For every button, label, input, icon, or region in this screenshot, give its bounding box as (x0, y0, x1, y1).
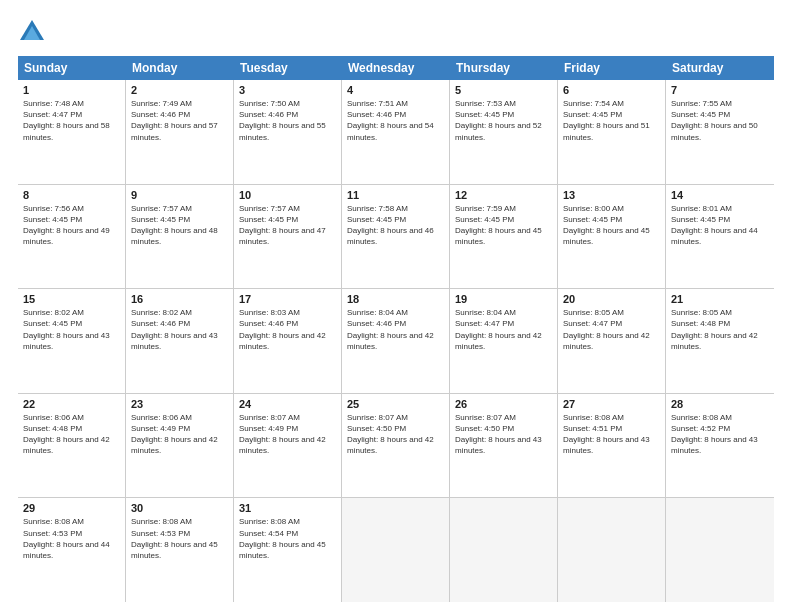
table-row: 16Sunrise: 8:02 AMSunset: 4:46 PMDayligh… (126, 289, 234, 393)
day-number: 7 (671, 84, 769, 96)
week-row-5: 29Sunrise: 8:08 AMSunset: 4:53 PMDayligh… (18, 498, 774, 602)
table-row: 20Sunrise: 8:05 AMSunset: 4:47 PMDayligh… (558, 289, 666, 393)
table-row: 18Sunrise: 8:04 AMSunset: 4:46 PMDayligh… (342, 289, 450, 393)
day-number: 12 (455, 189, 552, 201)
day-number: 1 (23, 84, 120, 96)
day-number: 16 (131, 293, 228, 305)
day-number: 3 (239, 84, 336, 96)
table-row: 13Sunrise: 8:00 AMSunset: 4:45 PMDayligh… (558, 185, 666, 289)
day-info: Sunrise: 7:58 AMSunset: 4:45 PMDaylight:… (347, 203, 444, 248)
logo (18, 18, 50, 46)
day-number: 5 (455, 84, 552, 96)
day-info: Sunrise: 8:03 AMSunset: 4:46 PMDaylight:… (239, 307, 336, 352)
header-day-monday: Monday (126, 56, 234, 80)
calendar-header: SundayMondayTuesdayWednesdayThursdayFrid… (18, 56, 774, 80)
table-row: 3Sunrise: 7:50 AMSunset: 4:46 PMDaylight… (234, 80, 342, 184)
day-number: 17 (239, 293, 336, 305)
table-row: 15Sunrise: 8:02 AMSunset: 4:45 PMDayligh… (18, 289, 126, 393)
table-row: 23Sunrise: 8:06 AMSunset: 4:49 PMDayligh… (126, 394, 234, 498)
week-row-4: 22Sunrise: 8:06 AMSunset: 4:48 PMDayligh… (18, 394, 774, 499)
day-number: 29 (23, 502, 120, 514)
day-info: Sunrise: 8:07 AMSunset: 4:50 PMDaylight:… (347, 412, 444, 457)
table-row: 19Sunrise: 8:04 AMSunset: 4:47 PMDayligh… (450, 289, 558, 393)
day-number: 4 (347, 84, 444, 96)
table-row: 8Sunrise: 7:56 AMSunset: 4:45 PMDaylight… (18, 185, 126, 289)
day-info: Sunrise: 8:00 AMSunset: 4:45 PMDaylight:… (563, 203, 660, 248)
day-number: 22 (23, 398, 120, 410)
table-row: 24Sunrise: 8:07 AMSunset: 4:49 PMDayligh… (234, 394, 342, 498)
day-info: Sunrise: 7:53 AMSunset: 4:45 PMDaylight:… (455, 98, 552, 143)
header-day-sunday: Sunday (18, 56, 126, 80)
table-row: 29Sunrise: 8:08 AMSunset: 4:53 PMDayligh… (18, 498, 126, 602)
table-row: 17Sunrise: 8:03 AMSunset: 4:46 PMDayligh… (234, 289, 342, 393)
header-day-friday: Friday (558, 56, 666, 80)
day-number: 19 (455, 293, 552, 305)
day-info: Sunrise: 7:57 AMSunset: 4:45 PMDaylight:… (131, 203, 228, 248)
day-info: Sunrise: 8:06 AMSunset: 4:48 PMDaylight:… (23, 412, 120, 457)
day-info: Sunrise: 8:04 AMSunset: 4:47 PMDaylight:… (455, 307, 552, 352)
table-row: 27Sunrise: 8:08 AMSunset: 4:51 PMDayligh… (558, 394, 666, 498)
day-number: 15 (23, 293, 120, 305)
table-row: 26Sunrise: 8:07 AMSunset: 4:50 PMDayligh… (450, 394, 558, 498)
table-row: 10Sunrise: 7:57 AMSunset: 4:45 PMDayligh… (234, 185, 342, 289)
table-row: 1Sunrise: 7:48 AMSunset: 4:47 PMDaylight… (18, 80, 126, 184)
day-number: 10 (239, 189, 336, 201)
table-row: 2Sunrise: 7:49 AMSunset: 4:46 PMDaylight… (126, 80, 234, 184)
calendar: SundayMondayTuesdayWednesdayThursdayFrid… (18, 56, 774, 602)
header-day-wednesday: Wednesday (342, 56, 450, 80)
day-number: 23 (131, 398, 228, 410)
table-row (342, 498, 450, 602)
table-row (666, 498, 774, 602)
day-info: Sunrise: 8:08 AMSunset: 4:53 PMDaylight:… (131, 516, 228, 561)
day-number: 2 (131, 84, 228, 96)
table-row (558, 498, 666, 602)
day-number: 13 (563, 189, 660, 201)
header (18, 18, 774, 46)
day-number: 30 (131, 502, 228, 514)
table-row (450, 498, 558, 602)
logo-icon (18, 18, 46, 46)
table-row: 21Sunrise: 8:05 AMSunset: 4:48 PMDayligh… (666, 289, 774, 393)
day-info: Sunrise: 8:08 AMSunset: 4:53 PMDaylight:… (23, 516, 120, 561)
day-info: Sunrise: 8:06 AMSunset: 4:49 PMDaylight:… (131, 412, 228, 457)
day-number: 28 (671, 398, 769, 410)
day-number: 9 (131, 189, 228, 201)
day-info: Sunrise: 7:48 AMSunset: 4:47 PMDaylight:… (23, 98, 120, 143)
day-number: 18 (347, 293, 444, 305)
day-number: 24 (239, 398, 336, 410)
day-info: Sunrise: 8:08 AMSunset: 4:51 PMDaylight:… (563, 412, 660, 457)
calendar-body: 1Sunrise: 7:48 AMSunset: 4:47 PMDaylight… (18, 80, 774, 602)
table-row: 4Sunrise: 7:51 AMSunset: 4:46 PMDaylight… (342, 80, 450, 184)
table-row: 9Sunrise: 7:57 AMSunset: 4:45 PMDaylight… (126, 185, 234, 289)
day-number: 25 (347, 398, 444, 410)
table-row: 5Sunrise: 7:53 AMSunset: 4:45 PMDaylight… (450, 80, 558, 184)
day-info: Sunrise: 7:54 AMSunset: 4:45 PMDaylight:… (563, 98, 660, 143)
table-row: 7Sunrise: 7:55 AMSunset: 4:45 PMDaylight… (666, 80, 774, 184)
day-info: Sunrise: 7:55 AMSunset: 4:45 PMDaylight:… (671, 98, 769, 143)
table-row: 25Sunrise: 8:07 AMSunset: 4:50 PMDayligh… (342, 394, 450, 498)
table-row: 6Sunrise: 7:54 AMSunset: 4:45 PMDaylight… (558, 80, 666, 184)
header-day-saturday: Saturday (666, 56, 774, 80)
page: SundayMondayTuesdayWednesdayThursdayFrid… (0, 0, 792, 612)
day-info: Sunrise: 8:07 AMSunset: 4:50 PMDaylight:… (455, 412, 552, 457)
day-number: 31 (239, 502, 336, 514)
day-info: Sunrise: 7:50 AMSunset: 4:46 PMDaylight:… (239, 98, 336, 143)
day-info: Sunrise: 7:59 AMSunset: 4:45 PMDaylight:… (455, 203, 552, 248)
day-info: Sunrise: 8:04 AMSunset: 4:46 PMDaylight:… (347, 307, 444, 352)
table-row: 14Sunrise: 8:01 AMSunset: 4:45 PMDayligh… (666, 185, 774, 289)
day-info: Sunrise: 8:01 AMSunset: 4:45 PMDaylight:… (671, 203, 769, 248)
day-info: Sunrise: 8:05 AMSunset: 4:47 PMDaylight:… (563, 307, 660, 352)
day-number: 11 (347, 189, 444, 201)
day-number: 6 (563, 84, 660, 96)
day-info: Sunrise: 7:51 AMSunset: 4:46 PMDaylight:… (347, 98, 444, 143)
day-info: Sunrise: 7:49 AMSunset: 4:46 PMDaylight:… (131, 98, 228, 143)
day-number: 14 (671, 189, 769, 201)
week-row-3: 15Sunrise: 8:02 AMSunset: 4:45 PMDayligh… (18, 289, 774, 394)
day-info: Sunrise: 8:08 AMSunset: 4:52 PMDaylight:… (671, 412, 769, 457)
day-info: Sunrise: 7:56 AMSunset: 4:45 PMDaylight:… (23, 203, 120, 248)
week-row-1: 1Sunrise: 7:48 AMSunset: 4:47 PMDaylight… (18, 80, 774, 185)
day-number: 20 (563, 293, 660, 305)
day-info: Sunrise: 7:57 AMSunset: 4:45 PMDaylight:… (239, 203, 336, 248)
day-info: Sunrise: 8:08 AMSunset: 4:54 PMDaylight:… (239, 516, 336, 561)
day-info: Sunrise: 8:07 AMSunset: 4:49 PMDaylight:… (239, 412, 336, 457)
